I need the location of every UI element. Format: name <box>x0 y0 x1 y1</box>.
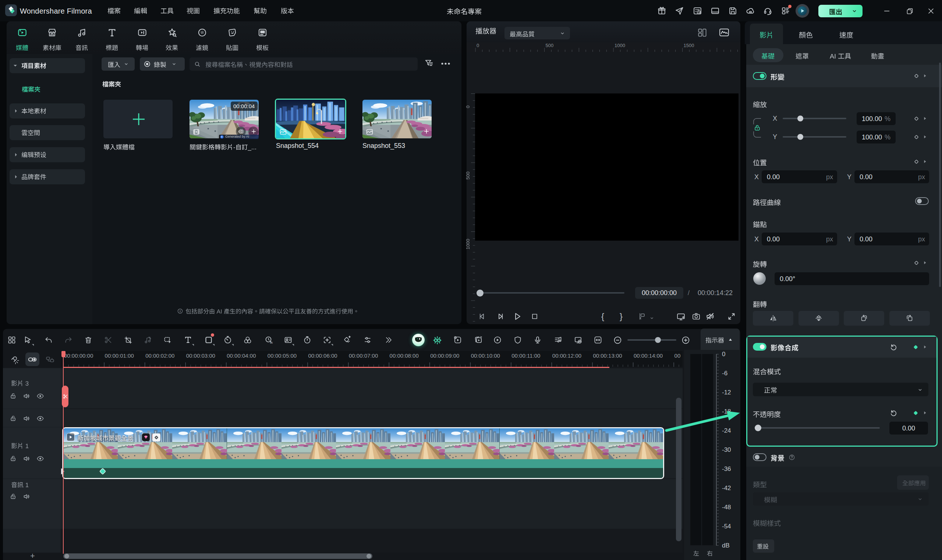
svg-text:AI: AI <box>270 341 272 345</box>
